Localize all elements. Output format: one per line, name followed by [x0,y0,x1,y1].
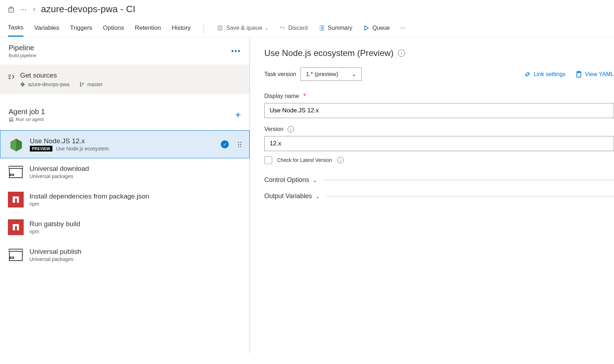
svg-rect-9 [9,168,22,178]
preview-badge: PREVIEW [30,146,52,151]
svg-point-3 [83,83,84,84]
task-row[interactable]: Use Node.JS 12.x PREVIEW Use Node.js eco… [0,130,250,158]
node-icon [8,136,24,152]
check-latest-label: Check for Latest Version [277,157,332,163]
npm-icon [8,192,24,207]
tab-options[interactable]: Options [103,24,124,36]
play-icon [363,25,369,31]
info-icon[interactable]: i [337,157,344,163]
source-icon [7,73,15,81]
task-version-select[interactable]: 1.* (preview) ⌄ [301,67,362,81]
control-options-expando[interactable]: Control Options ⌄ [264,172,614,188]
task-sub: npm [29,201,242,207]
svg-marker-8 [16,139,22,151]
link-icon [524,71,531,78]
task-name: Universal download [29,165,242,173]
chevron-down-icon: ⌄ [265,25,268,31]
chevron-down-icon: ⌄ [313,177,317,183]
left-panel: Pipeline Build pipeline ••• Get sources [0,37,250,353]
breadcrumb-title[interactable]: azure-devops-pwa - CI [41,4,135,15]
task-row[interactable]: Run gatsby build npm [0,214,250,241]
task-sub: Use Node.js ecosystem [56,146,109,151]
info-icon[interactable]: i [398,50,405,57]
branch-name: master [87,81,103,87]
breadcrumb: ⋯ › azure-devops-pwa - CI [0,0,614,18]
svg-rect-4 [9,117,13,118]
task-version-label: Task version [264,71,296,78]
agent-job[interactable]: Agent job 1 Run on agent + [0,100,250,130]
toolbar-more-icon[interactable]: ⋯ [400,25,405,35]
add-task-button[interactable]: + [235,109,241,121]
tab-triggers[interactable]: Triggers [70,24,92,36]
tab-tasks[interactable]: Tasks [8,24,23,37]
pipeline-header[interactable]: Pipeline Build pipeline ••• [0,37,250,65]
branch-icon [79,82,84,87]
building-icon [8,6,14,13]
save-icon [217,25,223,31]
right-panel: Use Node.js ecosystem (Preview) i Task v… [250,37,614,353]
discard-button[interactable]: Discard [279,25,308,36]
task-sub: Universal packages [29,256,242,262]
tab-retention[interactable]: Retention [135,24,161,36]
chevron-right-icon: › [33,5,35,13]
breadcrumb-more-icon[interactable]: ⋯ [20,5,27,13]
save-queue-button[interactable]: Save & queue ⌄ [217,25,268,36]
pipeline-more-icon[interactable]: ••• [231,47,241,55]
svg-rect-0 [9,8,14,12]
svg-point-1 [80,82,81,83]
chevron-down-icon: ⌄ [316,193,320,199]
agent-job-subtitle: Run on agent [16,117,44,122]
undo-icon [279,25,285,31]
tab-history[interactable]: History [172,24,191,36]
svg-point-2 [80,85,81,87]
chevron-down-icon: ⌄ [352,71,356,78]
svg-rect-13 [9,249,23,251]
output-variables-expando[interactable]: Output Variables ⌄ [264,188,614,204]
task-name: Run gatsby build [29,220,242,228]
detail-title: Use Node.js ecosystem (Preview) [264,48,394,58]
separator [204,23,204,33]
task-name: Use Node.JS 12.x [30,137,215,145]
required-indicator: * [303,93,306,99]
check-latest-checkbox[interactable] [264,156,272,164]
pipeline-title: Pipeline [9,44,36,52]
version-input[interactable] [264,136,614,151]
list-icon [318,25,325,31]
view-yaml-button[interactable]: View YAML [576,71,614,78]
get-sources[interactable]: Get sources azure-devops-pwa [0,65,250,94]
task-list: Use Node.JS 12.x PREVIEW Use Node.js eco… [0,130,250,269]
display-name-label: Display name [264,93,299,99]
pipeline-subtitle: Build pipeline [9,53,36,58]
task-row[interactable]: Universal download Universal packages [0,158,250,186]
clipboard-icon [576,71,582,78]
task-sub: npm [29,229,242,234]
task-row[interactable]: Universal publish Universal packages [0,241,250,269]
svg-rect-5 [9,119,13,120]
svg-rect-14 [10,257,14,258]
svg-rect-10 [9,166,23,168]
drag-handle-icon[interactable] [238,142,241,147]
task-sub: Universal packages [29,173,242,179]
info-icon[interactable]: i [288,126,294,132]
svg-rect-11 [10,174,14,176]
tab-variables[interactable]: Variables [34,24,59,36]
queue-button[interactable]: Queue [363,25,390,36]
server-icon [9,117,14,122]
display-name-input[interactable] [264,103,614,118]
svg-rect-6 [9,121,13,121]
tab-bar: Tasks Variables Triggers Options Retenti… [0,18,614,37]
get-sources-title: Get sources [20,71,103,79]
npm-icon [8,219,24,235]
svg-rect-12 [9,251,22,261]
repo-icon [20,82,25,87]
package-icon [8,247,24,263]
summary-button[interactable]: Summary [318,25,352,36]
task-name: Install dependencies from package.json [29,192,242,200]
link-settings-button[interactable]: Link settings [524,71,566,78]
repo-name: azure-devops-pwa [28,81,69,87]
task-name: Universal publish [29,248,242,256]
agent-job-title: Agent job 1 [9,108,45,116]
task-row[interactable]: Install dependencies from package.json n… [0,186,250,214]
package-icon [8,164,24,180]
check-icon: ✓ [221,140,229,148]
